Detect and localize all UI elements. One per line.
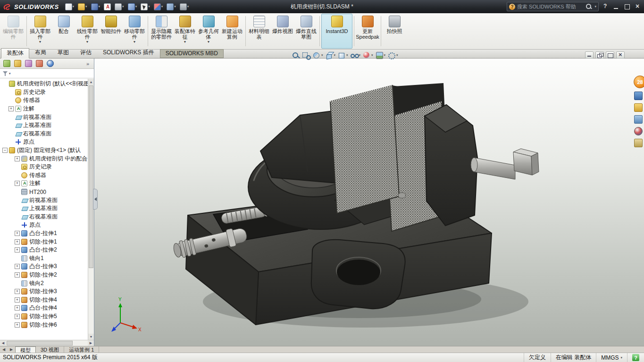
view-tool-button[interactable]: ▾ bbox=[375, 51, 386, 59]
tree-item[interactable]: + 注解 bbox=[0, 179, 88, 188]
toolbar-button[interactable]: ▾ bbox=[165, 2, 177, 11]
command-tab[interactable]: 草图 bbox=[52, 48, 75, 58]
tree-item[interactable]: + 切除-拉伸6 bbox=[0, 320, 88, 329]
tree-item[interactable]: + 切除-拉伸1 bbox=[0, 237, 88, 246]
panel-tab[interactable] bbox=[34, 59, 44, 68]
tree-filter-row[interactable]: ▾ bbox=[0, 69, 94, 78]
panel-tab[interactable] bbox=[13, 59, 22, 68]
panel-tab[interactable] bbox=[45, 59, 55, 68]
expand-toggle[interactable]: + bbox=[8, 106, 14, 111]
command-tab[interactable]: SOLIDWORKS MBD bbox=[160, 49, 224, 58]
tree-item[interactable]: 镜向1 bbox=[0, 254, 88, 262]
tree-item[interactable]: 上视基准面 bbox=[0, 204, 88, 213]
model-viewport[interactable]: Y X 28 bbox=[94, 59, 644, 346]
ribbon-button[interactable]: 更新 Speedpak bbox=[356, 14, 379, 49]
ribbon-button[interactable]: 插入零部件 ▼ bbox=[28, 14, 52, 49]
toolbar-button[interactable]: ▾ bbox=[178, 2, 191, 11]
panel-splitter[interactable] bbox=[93, 189, 98, 210]
view-tool-button[interactable]: ▾ bbox=[337, 51, 349, 59]
expand-toggle[interactable]: − bbox=[2, 148, 8, 153]
ribbon-button[interactable]: 线性零部件 ▼ bbox=[75, 14, 99, 49]
taskpane-tab[interactable] bbox=[634, 127, 643, 137]
command-tab[interactable]: 布局 bbox=[29, 48, 52, 58]
ribbon-button[interactable]: 爆炸视图 bbox=[271, 14, 294, 49]
view-tool-button[interactable]: ▾ bbox=[325, 51, 336, 59]
scroll-left-icon[interactable]: ◀ bbox=[0, 340, 6, 346]
tree-item[interactable]: 镜向2 bbox=[0, 279, 88, 287]
ribbon-button[interactable]: 编辑零部件 bbox=[1, 14, 25, 49]
ribbon-button[interactable]: 拍快照 bbox=[383, 14, 406, 49]
ribbon-button[interactable]: 移动零部件 ▼ bbox=[123, 14, 146, 49]
expand-toggle[interactable]: + bbox=[15, 264, 20, 269]
search-icon[interactable] bbox=[585, 3, 593, 10]
expand-toggle[interactable]: + bbox=[15, 297, 20, 303]
expand-toggle[interactable]: + bbox=[15, 272, 20, 278]
tree-item[interactable]: + 切除-拉伸4 bbox=[0, 295, 88, 304]
window-control-button[interactable] bbox=[621, 2, 632, 11]
window-control-button[interactable] bbox=[632, 2, 643, 11]
scroll-down-icon[interactable]: ▼ bbox=[88, 334, 94, 340]
tree-item[interactable]: 传感器 bbox=[0, 171, 88, 180]
command-tab[interactable]: 评估 bbox=[75, 48, 97, 58]
tab-scroll-left-icon[interactable]: ◀ bbox=[0, 346, 8, 353]
expand-toggle[interactable]: + bbox=[15, 305, 20, 311]
tree-item[interactable]: 前视基准面 bbox=[0, 113, 88, 121]
quick-tip-help-icon[interactable] bbox=[632, 354, 639, 361]
tree-item[interactable]: HT200 bbox=[0, 188, 88, 196]
view-tool-button[interactable]: ▾ bbox=[312, 51, 324, 59]
search-box[interactable]: ? 搜索 SOLIDWORKS 帮助 ▾ bbox=[507, 2, 599, 11]
view-tool-button[interactable]: ▾ bbox=[362, 51, 374, 59]
window-control-button[interactable] bbox=[600, 2, 611, 11]
tree-item[interactable]: + 凸台-拉伸2 bbox=[0, 246, 88, 254]
toolbar-button[interactable]: ▾ bbox=[152, 2, 165, 11]
tree-item[interactable]: + 切除-拉伸5 bbox=[0, 312, 88, 321]
tree-item[interactable]: + 凸台-拉伸4 bbox=[0, 304, 88, 312]
command-tab[interactable]: 装配体 bbox=[1, 48, 29, 59]
taskpane-tab[interactable] bbox=[634, 103, 643, 113]
ribbon-button[interactable]: 装配体特征 ▼ bbox=[173, 14, 197, 49]
toolbar-button[interactable]: ▾ bbox=[139, 2, 151, 11]
toolbar-button[interactable] bbox=[102, 2, 112, 11]
ribbon-button[interactable]: 新建运动算例 bbox=[220, 14, 244, 49]
tree-item[interactable]: 传感器 bbox=[0, 96, 88, 105]
tree-item[interactable]: 右视基准面 bbox=[0, 213, 88, 221]
ribbon-button[interactable]: 配合 bbox=[52, 14, 75, 49]
tree-item[interactable]: 历史记录 bbox=[0, 88, 88, 97]
ribbon-button[interactable]: 智能扣件 bbox=[99, 14, 123, 49]
command-tab[interactable]: SOLIDWORKS 插件 bbox=[97, 48, 160, 58]
expand-toggle[interactable]: + bbox=[15, 239, 20, 244]
panel-chevron-icon[interactable]: » bbox=[84, 60, 92, 67]
notification-badge[interactable]: 28 bbox=[634, 76, 644, 88]
filter-dropdown-arrow-icon[interactable]: ▾ bbox=[9, 72, 11, 76]
tree-item[interactable]: − (固定) 固定钳身<1> (默认 bbox=[0, 146, 88, 155]
ribbon-button[interactable]: Instant3D bbox=[321, 14, 352, 49]
ribbon-button[interactable]: 显示隐藏的零部件 bbox=[150, 14, 173, 49]
expand-toggle[interactable]: + bbox=[15, 314, 20, 319]
search-dropdown-arrow-icon[interactable]: ▾ bbox=[594, 5, 596, 8]
panel-tab[interactable] bbox=[2, 59, 11, 68]
search-input[interactable]: 搜索 SOLIDWORKS 帮助 bbox=[517, 3, 583, 10]
tree-item[interactable]: 上视基准面 bbox=[0, 121, 88, 130]
tree-item[interactable]: 右视基准面 bbox=[0, 130, 88, 138]
tab-scroll-right-icon[interactable]: ▶ bbox=[8, 346, 15, 353]
document-tab[interactable]: 3D 视图 bbox=[36, 346, 64, 353]
doc-window-control[interactable] bbox=[606, 51, 614, 60]
expand-toggle[interactable]: + bbox=[15, 156, 20, 161]
doc-window-control[interactable] bbox=[616, 51, 625, 60]
tree-item[interactable]: 历史记录 bbox=[0, 163, 88, 171]
scroll-right-icon[interactable]: ▶ bbox=[88, 340, 94, 346]
tree-item[interactable]: + 凸台-拉伸1 bbox=[0, 229, 88, 238]
toolbar-button[interactable]: ▾ bbox=[126, 2, 139, 11]
view-tool-button[interactable] bbox=[291, 51, 301, 59]
document-tab[interactable]: 运动算例 1 bbox=[64, 346, 99, 353]
taskpane-tab[interactable] bbox=[634, 115, 643, 125]
scroll-up-icon[interactable]: ▲ bbox=[88, 79, 94, 85]
doc-window-control[interactable] bbox=[585, 51, 594, 60]
window-control-button[interactable] bbox=[611, 2, 621, 11]
tree-item[interactable]: + 切除-拉伸3 bbox=[0, 287, 88, 296]
ribbon-button[interactable]: 爆炸直线草图 bbox=[294, 14, 318, 49]
taskpane-tab[interactable] bbox=[634, 139, 643, 149]
filter-funnel-icon[interactable] bbox=[2, 71, 8, 76]
toolbar-button[interactable]: ▾ bbox=[64, 2, 76, 11]
expand-toggle[interactable]: + bbox=[15, 322, 20, 328]
